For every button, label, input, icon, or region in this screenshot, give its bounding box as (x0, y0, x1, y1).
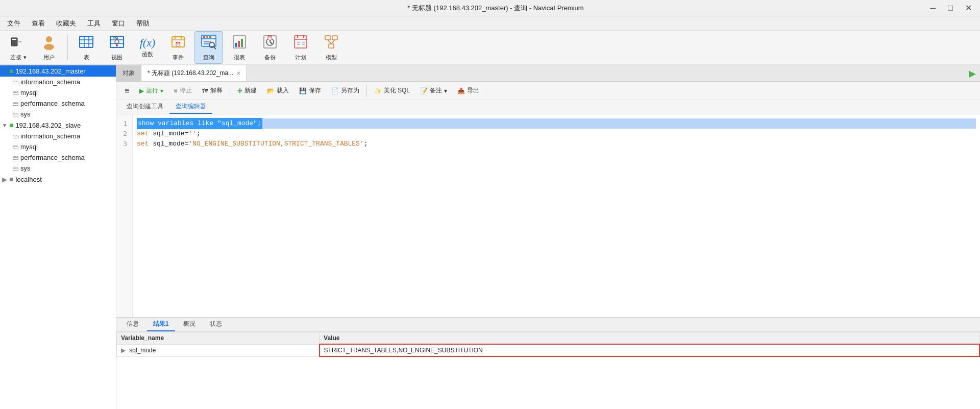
view-label: 视图 (111, 54, 122, 61)
save-as-button[interactable]: 📄 另存为 (327, 85, 363, 97)
tab-query-label: * 无标题 (192.168.43.202_ma... (148, 69, 233, 78)
editor-content[interactable]: show variables like "sql_mode"; set sql_… (133, 114, 980, 317)
toolbar-event[interactable]: ⏰ 事件 (164, 32, 192, 63)
db-icon-sys-slave: 🗃 (12, 165, 18, 172)
load-label: 载入 (277, 86, 289, 95)
run-icon: ▶ (139, 87, 144, 94)
comment-label: 备注 (430, 86, 442, 95)
results-tab-info[interactable]: 信息 (120, 318, 145, 331)
code-l2-eq: = (185, 129, 189, 139)
toolbar-report[interactable]: 报表 (225, 32, 254, 63)
tab-close-icon[interactable]: ✕ (236, 70, 240, 76)
sidebar-item-slave[interactable]: ▼ ■ 192.168.43.202_slave (0, 119, 116, 131)
explain-button[interactable]: 🗺 解释 (198, 85, 227, 97)
report-label: 报表 (234, 54, 245, 61)
sub-tab-query-editor[interactable]: 查询编辑器 (169, 100, 212, 114)
toolbar-backup[interactable]: ⏰ 备份 (256, 32, 284, 63)
tab-object[interactable]: 对象 (116, 65, 141, 81)
load-button[interactable]: 📂 载入 (263, 85, 293, 97)
user-icon (41, 34, 57, 53)
query-label: 查询 (203, 54, 214, 61)
save-button[interactable]: 💾 保存 (295, 85, 325, 97)
menu-view[interactable]: 查看 (27, 17, 50, 30)
sidebar-item-performance-schema-slave[interactable]: 🗃 performance_schema (0, 152, 116, 163)
save-icon: 💾 (299, 87, 307, 94)
sidebar-item-master[interactable]: ▼ ■ 192.168.43.202_master (0, 65, 116, 77)
menu-file[interactable]: 文件 (2, 17, 26, 30)
sidebar-item-info-schema-slave[interactable]: 🗃 information_schema (0, 131, 116, 141)
code-l1-selected: show variables like "sql_mode"; (137, 118, 262, 129)
sidebar-item-info-schema-master[interactable]: 🗃 information_schema (0, 77, 116, 87)
menu-favorites[interactable]: 收藏夹 (51, 17, 81, 30)
toolbar-query[interactable]: 查询 (194, 31, 223, 64)
query-toolbar: ≡ ▶ 运行 ▾ ■ 停止 🗺 解释 ✚ 新建 📂 载入 (116, 82, 980, 100)
new-button[interactable]: ✚ 新建 (233, 85, 261, 97)
db-icon-sys: 🗃 (12, 111, 18, 118)
svg-text:⏰: ⏰ (175, 41, 181, 47)
sidebar-item-mysql-master[interactable]: 🗃 mysql (0, 87, 116, 98)
title-bar: * 无标题 (192.168.43.202_master) - 查询 - Nav… (0, 0, 980, 16)
code-line-3: set sql_mode='NO_ENGINE_SUBSTITUTION,STR… (137, 139, 976, 149)
toolbar-connect[interactable]: 连接 ▾ (4, 32, 33, 63)
comment-icon: 📝 (420, 87, 428, 94)
tab-side-green-btn[interactable]: ▶ (965, 65, 980, 81)
sidebar-item-performance-schema-master[interactable]: 🗃 performance_schema (0, 98, 116, 109)
results-tab-status[interactable]: 状态 (204, 318, 228, 331)
result-variable-name: sql_mode (129, 347, 156, 354)
results-tab-result1[interactable]: 结果1 (147, 318, 175, 331)
editor-area[interactable]: 1 2 3 show variables like "sql_mode"; se… (116, 114, 980, 317)
results-tab-overview[interactable]: 概况 (177, 318, 202, 331)
db-icon-mysql-slave: 🗃 (12, 143, 18, 151)
result-row-1: ▶ sql_mode STRICT_TRANS_TABLES,NO_ENGINE… (117, 344, 980, 356)
export-icon: 📤 (457, 87, 465, 94)
stop-icon: ■ (174, 87, 177, 94)
sidebar-master-label: 192.168.43.202_master (15, 67, 85, 75)
qt-separator-1 (230, 85, 230, 97)
db-icon-mysql: 🗃 (12, 89, 18, 97)
explain-icon: 🗺 (202, 87, 208, 94)
expand-icon-slave: ▼ (2, 123, 7, 128)
toolbar-model[interactable]: 模型 (317, 32, 346, 63)
toolbar-function[interactable]: f(x) 函数 (133, 35, 162, 60)
sub-tab-query-builder[interactable]: 查询创建工具 (120, 100, 169, 114)
close-button[interactable]: ✕ (961, 2, 976, 14)
code-l2-sqlmode: sql_mode (153, 129, 184, 139)
sidebar-item-sys-slave[interactable]: 🗃 sys (0, 163, 116, 174)
table-label: 表 (84, 54, 89, 61)
toolbar-user[interactable]: 用户 (35, 32, 63, 63)
stop-button[interactable]: ■ 停止 (169, 85, 195, 97)
sidebar-item-mysql-slave[interactable]: 🗃 mysql (0, 141, 116, 152)
menu-window[interactable]: 窗口 (107, 17, 130, 30)
toolbar-schedule[interactable]: 计划 (286, 32, 315, 63)
result-row-indicator-cell: ▶ sql_mode (117, 344, 320, 356)
schedule-icon (292, 34, 309, 53)
beautify-icon: ✨ (374, 87, 382, 94)
beautify-button[interactable]: ✨ 美化 SQL (370, 85, 414, 97)
save-as-icon: 📄 (331, 87, 339, 94)
model-icon (323, 34, 339, 53)
sidebar-sys-master-label: sys (20, 110, 31, 118)
event-icon: ⏰ (170, 34, 186, 53)
svg-point-5 (44, 44, 54, 50)
sidebar-sys-slave-label: sys (20, 164, 31, 172)
hamburger-icon[interactable]: ≡ (120, 84, 133, 98)
sidebar-item-sys-master[interactable]: 🗃 sys (0, 109, 116, 119)
minimize-button[interactable]: ─ (926, 2, 940, 14)
svg-rect-1 (12, 39, 16, 40)
menu-tools[interactable]: 工具 (82, 17, 106, 30)
svg-rect-25 (203, 36, 205, 38)
stop-label: 停止 (180, 86, 192, 95)
sidebar-item-localhost[interactable]: ▶ ■ localhost (0, 174, 116, 185)
toolbar-view[interactable]: 👓 视图 (103, 32, 131, 63)
query-icon (201, 34, 217, 53)
maximize-button[interactable]: □ (944, 2, 957, 14)
svg-rect-35 (241, 39, 243, 47)
view-icon: 👓 (109, 34, 125, 53)
comment-button[interactable]: 📝 备注 ▾ (416, 85, 451, 97)
toolbar-table[interactable]: 表 (72, 32, 101, 63)
function-label: 函数 (142, 51, 153, 58)
tab-query[interactable]: * 无标题 (192.168.43.202_ma... ✕ (141, 65, 247, 81)
export-button[interactable]: 📤 导出 (453, 85, 483, 97)
run-button[interactable]: ▶ 运行 ▾ (135, 85, 167, 97)
menu-help[interactable]: 帮助 (131, 17, 155, 30)
